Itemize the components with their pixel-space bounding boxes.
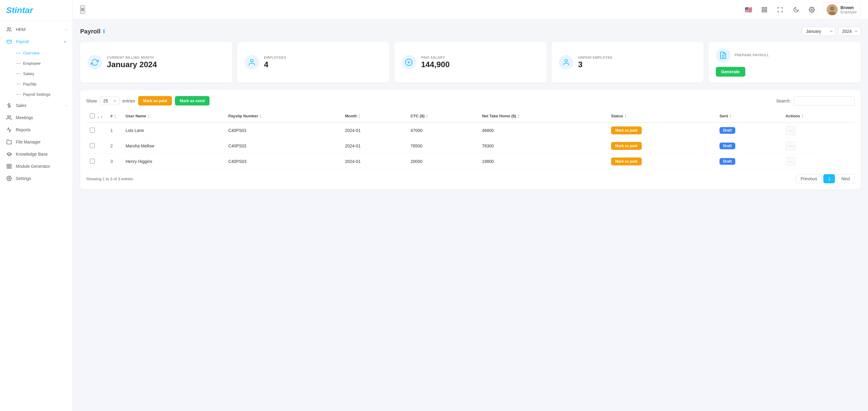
sidebar-item-sales[interactable]: Sales › — [0, 99, 72, 112]
user-profile[interactable]: Brown Employee — [823, 2, 861, 17]
mark-as-send-button[interactable]: Mark as send — [175, 96, 210, 106]
row2-actions: ··· — [782, 138, 855, 154]
unpaid-employee-value: 3 — [578, 60, 613, 69]
table-row: 3 Henry Higgins C40PS03 2024-01 20000 19… — [86, 154, 855, 169]
header-actions: 🇺🇸 Brown Employee — [744, 2, 861, 17]
row1-month: 2024-01 — [341, 122, 407, 138]
th-status[interactable]: Status▲▼ — [608, 110, 716, 122]
table-section: Show 25 50 100 entries Mark as paid Mark… — [80, 90, 861, 189]
row1-status: Mark as paid — [608, 122, 716, 138]
sidebar-label-employee: Employee — [23, 61, 41, 66]
next-button[interactable]: Next — [837, 174, 855, 183]
employees-content: EMPLOYEES 4 — [264, 56, 286, 69]
th-ctc[interactable]: CTC ($)▲▼ — [407, 110, 478, 122]
th-actions[interactable]: Actions▲▼ — [782, 110, 855, 122]
row1-checkbox[interactable] — [90, 128, 95, 133]
row2-checkbox[interactable] — [90, 143, 95, 148]
reports-icon — [6, 127, 12, 133]
th-net-take-home[interactable]: Net Take Home ($)▲▼ — [478, 110, 608, 122]
sidebar-item-knowledge-base[interactable]: Knowledge Base — [0, 148, 72, 160]
sidebar-label-module-generator: Module Generator — [16, 164, 50, 169]
mark-as-paid-button[interactable]: Mark as paid — [138, 96, 172, 106]
row3-sent: Draft — [716, 154, 782, 169]
sidebar-label-salary: Salary — [23, 71, 34, 76]
paid-salary-value: 144,900 — [421, 60, 450, 69]
page-1-button[interactable]: 1 — [824, 174, 835, 183]
unpaid-employee-icon — [559, 55, 574, 69]
th-month[interactable]: Month▲▼ — [341, 110, 407, 122]
row3-ctc: 20000 — [407, 154, 478, 169]
sidebar-item-payroll[interactable]: Payroll ∨ — [0, 35, 72, 48]
svg-point-16 — [830, 6, 834, 11]
row1-checkbox-cell — [86, 122, 106, 138]
sidebar-item-meetings[interactable]: Meetings — [0, 112, 72, 124]
employee-dash: — — [16, 60, 21, 66]
paid-salary-label: PAID SALARY — [421, 56, 450, 59]
fullscreen-icon[interactable] — [775, 5, 785, 14]
th-sent[interactable]: Sent▲▼ — [716, 110, 782, 122]
payslip-dash: — — [16, 81, 21, 87]
info-icon[interactable]: ℹ — [103, 29, 105, 34]
row3-user-name: Henry Higgins — [122, 154, 224, 169]
sidebar-item-payroll-settings[interactable]: — Payroll Settings — [0, 89, 72, 99]
select-all-checkbox[interactable] — [90, 113, 95, 118]
sidebar-item-payslip[interactable]: — PaySlip — [0, 79, 72, 89]
row3-num: 3 — [106, 154, 122, 169]
entries-select[interactable]: 25 50 100 — [100, 97, 119, 105]
prepare-payroll-top: PREPARE PAYROLL — [716, 48, 769, 63]
knowledge-base-icon — [6, 151, 12, 157]
logo: Stintar — [0, 0, 72, 21]
sidebar-item-salary[interactable]: — Salary — [0, 68, 72, 79]
paid-salary-card: PAID SALARY 144,900 — [394, 42, 546, 83]
page-title: Payroll — [80, 28, 100, 35]
sidebar-item-hrm[interactable]: HRM › — [0, 23, 72, 35]
th-num: #▲▼ — [106, 110, 122, 122]
unpaid-employee-label: UNPAID EMPLOYEE — [578, 56, 613, 59]
previous-button[interactable]: Previous — [796, 174, 822, 183]
unpaid-employee-card: UNPAID EMPLOYEE 3 — [552, 42, 704, 83]
grid-icon[interactable] — [760, 5, 769, 14]
row1-mark-paid-button[interactable]: Mark as paid — [611, 126, 642, 135]
sidebar-item-overview[interactable]: — Overview — [0, 48, 72, 58]
logo-text: Stintar — [6, 5, 33, 15]
sidebar-label-payroll-settings: Payroll Settings — [23, 92, 51, 97]
sidebar-label-hrm: HRM — [16, 27, 26, 32]
sidebar-item-settings[interactable]: Settings — [0, 172, 72, 184]
row2-actions-button[interactable]: ··· — [786, 141, 796, 150]
month-filter[interactable]: January February March April May June Ju… — [802, 27, 836, 36]
search-input[interactable] — [794, 96, 855, 106]
sidebar-item-employee[interactable]: — Employee — [0, 58, 72, 68]
sidebar-label-payroll: Payroll — [16, 39, 29, 44]
row2-mark-paid-button[interactable]: Mark as paid — [611, 142, 642, 150]
row2-user-name: Marsha Mellow — [122, 138, 224, 154]
generate-button[interactable]: Generate — [716, 67, 745, 77]
employees-value: 4 — [264, 60, 286, 69]
row3-net-take-home: 19800 — [478, 154, 608, 169]
th-payslip-number[interactable]: Payslip Number▲▼ — [225, 110, 341, 122]
row2-status: Mark as paid — [608, 138, 716, 154]
dark-mode-icon[interactable] — [791, 5, 801, 14]
sidebar-item-file-manager[interactable]: File Manager — [0, 136, 72, 148]
language-flag-icon[interactable]: 🇺🇸 — [744, 5, 753, 14]
file-manager-icon — [6, 139, 12, 145]
sidebar-item-module-generator[interactable]: Module Generator — [0, 160, 72, 172]
settings-gear-icon[interactable] — [807, 5, 817, 14]
menu-toggle-button[interactable]: ≡ — [80, 5, 85, 14]
svg-rect-1 — [7, 40, 11, 43]
row1-draft-badge: Draft — [719, 127, 735, 134]
hrm-icon — [6, 26, 12, 32]
table-row: 1 Lois Lane C40PS01 2024-01 47000 46800 … — [86, 122, 855, 138]
row1-actions-button[interactable]: ··· — [786, 126, 796, 135]
row2-sent: Draft — [716, 138, 782, 154]
sidebar-item-reports[interactable]: Reports — [0, 124, 72, 136]
row3-actions-button[interactable]: ··· — [786, 157, 796, 166]
row1-sent: Draft — [716, 122, 782, 138]
th-user-name[interactable]: User Name▲▼ — [122, 110, 224, 122]
row2-num: 2 — [106, 138, 122, 154]
payroll-chevron-icon: ∨ — [64, 39, 66, 44]
payroll-table: ▲▼ #▲▼ User Name▲▼ Payslip Number▲▼ Mont… — [86, 110, 855, 169]
row3-mark-paid-button[interactable]: Mark as paid — [611, 157, 642, 165]
salary-dash: — — [16, 71, 21, 76]
year-filter[interactable]: 2022 2023 2024 2025 — [838, 27, 861, 36]
row3-checkbox[interactable] — [90, 159, 95, 164]
